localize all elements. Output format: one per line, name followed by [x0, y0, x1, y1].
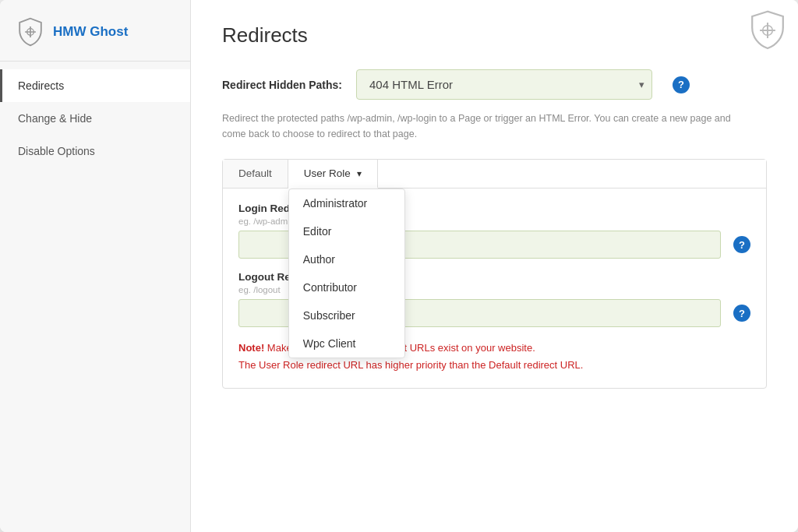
redirect-description: Redirect the protected paths /wp-admin, … [222, 111, 736, 142]
logout-redirect-help-icon[interactable]: ? [733, 305, 750, 322]
login-redirect-help-icon[interactable]: ? [733, 236, 750, 253]
app-window: HMW Ghost Redirects Change & Hide Disabl… [0, 0, 798, 532]
top-right-shield-icon [747, 9, 789, 51]
sidebar: HMW Ghost Redirects Change & Hide Disabl… [0, 0, 191, 532]
user-role-dropdown: Administrator Editor Author Contributor [288, 188, 405, 358]
tab-user-role[interactable]: User Role ▾ Administrator Editor Author [288, 160, 378, 188]
page-title: Redirects [222, 23, 767, 48]
tab-default[interactable]: Default [223, 160, 288, 188]
redirect-select-wrapper: 404 HTML Error ▾ [356, 69, 652, 100]
sidebar-nav: Redirects Change & Hide Disable Options [0, 62, 190, 175]
sidebar-item-change-hide[interactable]: Change & Hide [0, 102, 190, 135]
sidebar-item-redirects[interactable]: Redirects [0, 69, 190, 102]
logo-area: HMW Ghost [0, 0, 190, 62]
dropdown-item-wpc-client[interactable]: Wpc Client [289, 329, 404, 358]
note-bold: Note! [238, 342, 264, 354]
logo-shield-icon [16, 17, 45, 47]
dropdown-item-contributor[interactable]: Contributor [289, 273, 404, 301]
main-content: Redirects Redirect Hidden Paths: 404 HTM… [191, 0, 798, 532]
note-line2: The User Role redirect URL has higher pr… [238, 359, 583, 371]
tabs-header: Default User Role ▾ Administrator Editor [223, 160, 766, 188]
logo-title: HMW Ghost [53, 24, 128, 40]
dropdown-item-editor[interactable]: Editor [289, 217, 404, 245]
dropdown-item-subscriber[interactable]: Subscriber [289, 301, 404, 329]
dropdown-item-administrator[interactable]: Administrator [289, 189, 404, 217]
tabs-container: Default User Role ▾ Administrator Editor [222, 159, 767, 389]
redirect-hidden-paths-row: Redirect Hidden Paths: 404 HTML Error ▾ … [222, 69, 767, 100]
redirect-hidden-paths-label: Redirect Hidden Paths: [222, 79, 342, 91]
sidebar-item-disable-options[interactable]: Disable Options [0, 135, 190, 167]
help-icon[interactable]: ? [673, 76, 690, 93]
tab-caret-icon: ▾ [357, 168, 362, 179]
dropdown-item-author[interactable]: Author [289, 245, 404, 273]
redirect-hidden-paths-select[interactable]: 404 HTML Error [356, 69, 652, 100]
